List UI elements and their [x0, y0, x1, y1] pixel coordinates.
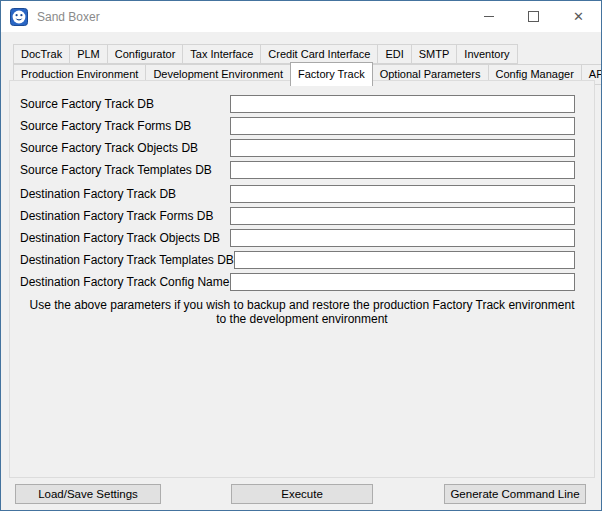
- maximize-icon: [528, 11, 539, 22]
- tab-edi[interactable]: EDI: [377, 44, 411, 64]
- field-row: Source Factory Track DB: [20, 95, 575, 113]
- tab-smtp[interactable]: SMTP: [411, 44, 458, 64]
- field-row: Destination Factory Track Config Name: [20, 273, 575, 291]
- tab-inventory[interactable]: Inventory: [456, 44, 517, 64]
- tab-doctrak[interactable]: DocTrak: [13, 44, 70, 64]
- field-label: Destination Factory Track Templates DB: [20, 253, 234, 267]
- factory-track-form: Source Factory Track DB Source Factory T…: [10, 81, 594, 291]
- destination-factory-track-forms-db-input[interactable]: [230, 207, 575, 225]
- factory-track-tab-page: Source Factory Track DB Source Factory T…: [9, 80, 595, 478]
- field-label: Source Factory Track Templates DB: [20, 163, 212, 177]
- tab-factory-track[interactable]: Factory Track: [290, 62, 373, 86]
- field-row: Source Factory Track Templates DB: [20, 161, 575, 179]
- generate-command-line-button[interactable]: Generate Command Line: [444, 484, 586, 504]
- tab-plm[interactable]: PLM: [69, 44, 108, 64]
- load-save-settings-button[interactable]: Load/Save Settings: [15, 484, 161, 504]
- tab-credit-card-interface[interactable]: Credit Card Interface: [260, 44, 378, 64]
- field-label: Source Factory Track Forms DB: [20, 119, 191, 133]
- execute-button[interactable]: Execute: [231, 484, 373, 504]
- field-row: Destination Factory Track Forms DB: [20, 207, 575, 225]
- window-title: Sand Boxer: [37, 10, 100, 24]
- source-factory-track-templates-db-input[interactable]: [230, 161, 575, 179]
- minimize-icon: [484, 16, 494, 17]
- destination-factory-track-config-name-input[interactable]: [230, 273, 575, 291]
- field-row: Destination Factory Track Objects DB: [20, 229, 575, 247]
- close-button[interactable]: ✕: [556, 1, 601, 32]
- field-label: Destination Factory Track Forms DB: [20, 209, 213, 223]
- tab-tax-interface[interactable]: Tax Interface: [182, 44, 261, 64]
- maximize-button[interactable]: [511, 1, 556, 32]
- field-label: Source Factory Track DB: [20, 97, 154, 111]
- source-factory-track-objects-db-input[interactable]: [230, 139, 575, 157]
- destination-factory-track-objects-db-input[interactable]: [230, 229, 575, 247]
- field-row: Destination Factory Track Templates DB: [20, 251, 575, 269]
- destination-factory-track-templates-db-input[interactable]: [234, 251, 575, 269]
- minimize-button[interactable]: [466, 1, 511, 32]
- field-label: Destination Factory Track Config Name: [20, 275, 229, 289]
- tab-control: DocTrakPLMConfiguratorTax InterfaceCredi…: [9, 44, 595, 478]
- sand-boxer-window: Sand Boxer ✕ DocTrakPLMConfiguratorTax I…: [0, 0, 602, 511]
- tab-row-1: DocTrakPLMConfiguratorTax InterfaceCredi…: [9, 44, 595, 64]
- close-icon: ✕: [573, 10, 584, 23]
- parameters-help-note: Use the above parameters if you wish to …: [24, 298, 580, 326]
- field-row: Source Factory Track Objects DB: [20, 139, 575, 157]
- field-row: Source Factory Track Forms DB: [20, 117, 575, 135]
- titlebar: Sand Boxer ✕: [1, 1, 601, 32]
- tab-configurator[interactable]: Configurator: [107, 44, 184, 64]
- smiley-app-icon: [10, 8, 28, 26]
- field-label: Destination Factory Track Objects DB: [20, 231, 220, 245]
- source-factory-track-forms-db-input[interactable]: [230, 117, 575, 135]
- field-row: Destination Factory Track DB: [20, 185, 575, 203]
- destination-factory-track-db-input[interactable]: [230, 185, 575, 203]
- field-label: Source Factory Track Objects DB: [20, 141, 198, 155]
- field-label: Destination Factory Track DB: [20, 187, 176, 201]
- source-factory-track-db-input[interactable]: [230, 95, 575, 113]
- window-controls: ✕: [466, 1, 601, 32]
